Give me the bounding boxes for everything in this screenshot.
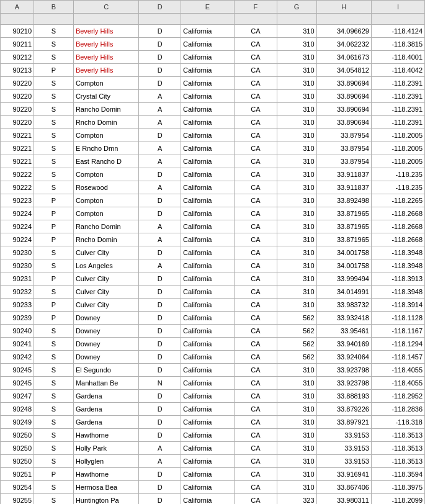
table-cell: 33.892498 xyxy=(316,194,371,207)
table-cell: A xyxy=(139,103,181,116)
table-cell: A xyxy=(139,455,181,468)
table-cell: Culver City xyxy=(73,299,139,312)
table-cell: East Rancho D xyxy=(73,155,139,168)
table-row[interactable]: 90231PCulver CityDCaliforniaCA31033.9994… xyxy=(1,272,425,286)
table-cell: Beverly Hills xyxy=(73,25,139,38)
table-cell: P xyxy=(34,64,74,77)
table-cell: Los Angeles xyxy=(73,259,139,272)
table-cell: -118.2005 xyxy=(371,129,424,142)
table-row[interactable]: 90221SE Rncho DmnACaliforniaCA31033.8795… xyxy=(1,142,425,155)
col-header-d[interactable]: D xyxy=(139,1,181,14)
table-cell: 33.890694 xyxy=(316,103,371,116)
table-cell: 33.890694 xyxy=(316,77,371,90)
table-cell: California xyxy=(181,90,235,103)
table-cell: California xyxy=(181,259,235,272)
table-cell: CA xyxy=(234,390,277,403)
table-cell: 310 xyxy=(277,286,316,299)
table-row[interactable]: 90255SHuntington PaDCaliforniaCA32333.98… xyxy=(1,494,425,505)
table-cell: 33.871965 xyxy=(316,207,371,220)
table-cell: CA xyxy=(234,364,277,377)
table-row[interactable]: 90213PBeverly HillsDCaliforniaCA31034.05… xyxy=(1,64,425,77)
table-row[interactable]: 90211SBeverly HillsDCaliforniaCA31034.06… xyxy=(1,38,425,51)
table-cell: 33.932418 xyxy=(316,312,371,325)
table-cell: CA xyxy=(234,246,277,259)
table-cell: CA xyxy=(234,103,277,116)
table-cell: -118.2391 xyxy=(371,116,424,129)
table-row[interactable]: 90224PComptonDCaliforniaCA31033.871965-1… xyxy=(1,207,425,220)
table-row[interactable]: 90220SComptonDCaliforniaCA31033.890694-1… xyxy=(1,77,425,90)
table-cell: -118.2668 xyxy=(371,233,424,246)
header-latitude xyxy=(316,14,371,25)
table-row[interactable]: 90245SEl SegundoDCaliforniaCA31033.92379… xyxy=(1,364,425,377)
col-header-f[interactable]: F xyxy=(234,1,277,14)
table-row[interactable]: 90230SLos AngelesACaliforniaCA31034.0017… xyxy=(1,259,425,272)
table-row[interactable]: 90232SCulver CityDCaliforniaCA31034.0149… xyxy=(1,286,425,299)
table-cell: S xyxy=(34,351,74,364)
table-cell: CA xyxy=(234,90,277,103)
table-cell: D xyxy=(139,77,181,90)
table-cell: California xyxy=(181,403,235,416)
table-cell: CA xyxy=(234,25,277,38)
table-cell: 310 xyxy=(277,403,316,416)
table-cell: 33.983732 xyxy=(316,299,371,312)
table-row[interactable]: 90222SComptonDCaliforniaCA31033.911837-1… xyxy=(1,168,425,181)
table-cell: California xyxy=(181,64,235,77)
table-row[interactable]: 90248SGardenaDCaliforniaCA31033.879226-1… xyxy=(1,403,425,416)
col-header-i[interactable]: I xyxy=(371,1,424,14)
table-row[interactable]: 90247SGardenaDCaliforniaCA31033.888193-1… xyxy=(1,390,425,403)
table-row[interactable]: 90251PHawthorneDCaliforniaCA31033.916941… xyxy=(1,468,425,481)
table-row[interactable]: 90242SDowneyDCaliforniaCA56233.924064-11… xyxy=(1,351,425,364)
table-row[interactable]: 90212SBeverly HillsDCaliforniaCA31034.06… xyxy=(1,51,425,64)
col-header-h[interactable]: H xyxy=(316,1,371,14)
table-cell: 33.923798 xyxy=(316,364,371,377)
table-row[interactable]: 90254SHermosa BeaDCaliforniaCA31033.8674… xyxy=(1,481,425,494)
table-cell: 33.867406 xyxy=(316,481,371,494)
table-cell: S xyxy=(34,181,74,194)
table-cell: -118.3948 xyxy=(371,246,424,259)
table-cell: Huntington Pa xyxy=(73,494,139,505)
table-row[interactable]: 90220SCrystal CityACaliforniaCA31033.890… xyxy=(1,90,425,103)
table-row[interactable]: 90230SCulver CityDCaliforniaCA31034.0017… xyxy=(1,246,425,259)
table-row[interactable]: 90245SManhattan BeNCaliforniaCA31033.923… xyxy=(1,377,425,390)
table-cell: California xyxy=(181,129,235,142)
table-cell: 310 xyxy=(277,468,316,481)
table-cell: -118.3594 xyxy=(371,468,424,481)
table-cell: S xyxy=(34,129,74,142)
col-header-c[interactable]: C xyxy=(73,1,139,14)
table-cell: 33.890694 xyxy=(316,116,371,129)
table-cell: California xyxy=(181,286,235,299)
table-row[interactable]: 90250SHolly ParkACaliforniaCA31033.9153-… xyxy=(1,442,425,455)
table-row[interactable]: 90239PDowneyDCaliforniaCA56233.932418-11… xyxy=(1,312,425,325)
table-row[interactable]: 90223PComptonDCaliforniaCA31033.892498-1… xyxy=(1,194,425,207)
header-longitude xyxy=(371,14,424,25)
table-row[interactable]: 90222SRosewoodACaliforniaCA31033.911837-… xyxy=(1,181,425,194)
col-header-a[interactable]: A xyxy=(1,1,34,14)
table-cell: Beverly Hills xyxy=(73,38,139,51)
table-row[interactable]: 90249SGardenaDCaliforniaCA31033.897921-1… xyxy=(1,416,425,429)
table-cell: A xyxy=(139,233,181,246)
col-header-b[interactable]: B xyxy=(34,1,74,14)
table-cell: -118.4055 xyxy=(371,377,424,390)
table-row[interactable]: 90250SHawthorneDCaliforniaCA31033.9153-1… xyxy=(1,429,425,442)
table-row[interactable]: 90221SComptonDCaliforniaCA31033.87954-11… xyxy=(1,129,425,142)
table-cell: 33.871965 xyxy=(316,233,371,246)
table-cell: Rancho Domin xyxy=(73,220,139,233)
table-row[interactable]: 90233PCulver CityDCaliforniaCA31033.9837… xyxy=(1,299,425,312)
col-header-e[interactable]: E xyxy=(181,1,235,14)
table-row[interactable]: 90224PRancho DominACaliforniaCA31033.871… xyxy=(1,220,425,233)
table-row[interactable]: 90250SHollyglenACaliforniaCA31033.9153-1… xyxy=(1,455,425,468)
table-cell: P xyxy=(34,312,74,325)
table-cell: California xyxy=(181,351,235,364)
table-cell: California xyxy=(181,194,235,207)
table-cell: California xyxy=(181,442,235,455)
col-header-g[interactable]: G xyxy=(277,1,316,14)
table-row[interactable]: 90210SBeverly HillsDCaliforniaCA31034.09… xyxy=(1,25,425,38)
table-row[interactable]: 90221SEast Rancho DACaliforniaCA31033.87… xyxy=(1,155,425,168)
table-row[interactable]: 90240SDowneyDCaliforniaCA56233.95461-118… xyxy=(1,325,425,338)
table-row[interactable]: 90220SRancho DominACaliforniaCA31033.890… xyxy=(1,103,425,116)
table-row[interactable]: 90224PRncho DominACaliforniaCA31033.8719… xyxy=(1,233,425,246)
table-row[interactable]: 90220SRncho DominACaliforniaCA31033.8906… xyxy=(1,116,425,129)
table-row[interactable]: 90241SDowneyDCaliforniaCA56233.940169-11… xyxy=(1,338,425,351)
table-cell: 33.9153 xyxy=(316,442,371,455)
table-cell: D xyxy=(139,38,181,51)
